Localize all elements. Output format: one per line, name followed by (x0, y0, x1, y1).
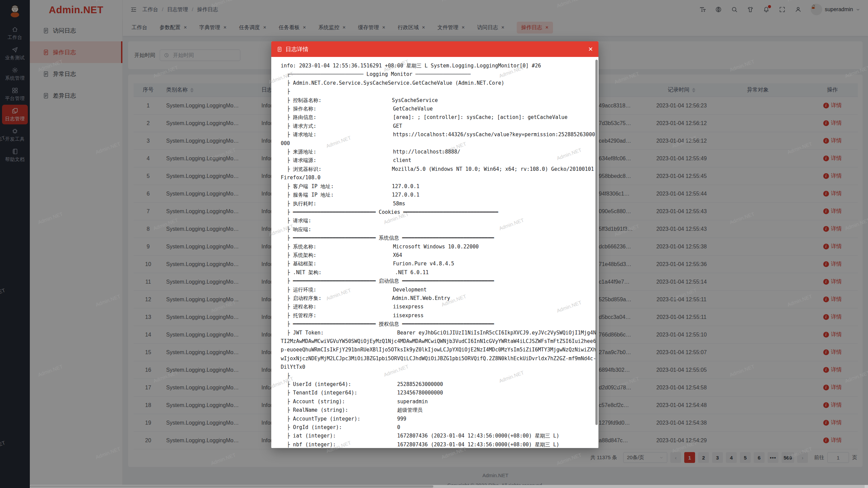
horizontal-scrollbar[interactable] (30, 485, 868, 488)
dialog-title: 日志详情 (285, 45, 309, 53)
scrollbar-corner (865, 485, 868, 488)
scrollbar-thumb[interactable] (30, 485, 433, 488)
close-icon[interactable]: ✕ (588, 46, 593, 52)
dialog-header: 日志详情 ✕ (271, 41, 598, 57)
dialog-scrollbar[interactable] (595, 60, 598, 425)
log-text: info: 2023-01-04 12:55:36.1516291 +08:00… (271, 57, 598, 448)
log-detail-dialog: 日志详情 ✕ info: 2023-01-04 12:55:36.1516291… (271, 41, 598, 448)
dialog-body[interactable]: info: 2023-01-04 12:55:36.1516291 +08:00… (271, 57, 598, 448)
document-icon (277, 46, 282, 52)
